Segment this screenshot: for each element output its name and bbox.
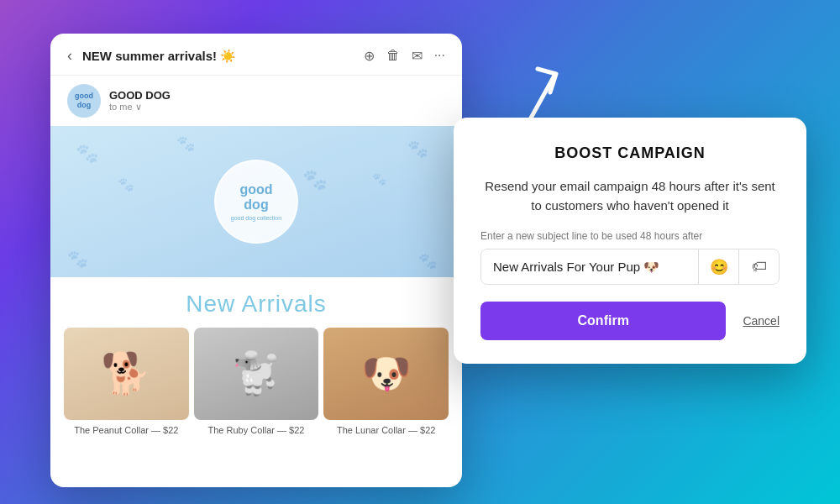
product-caption-2: The Ruby Collar — $22: [208, 425, 305, 435]
add-icon[interactable]: ⊕: [364, 48, 375, 64]
paw-icon: 🐾: [67, 249, 88, 269]
logo-tagline: good dog collection: [231, 215, 281, 221]
email-banner: 🐾 🐾 🐾 🐾 🐾 🐾 🐾 🐾 good dog good dog collec…: [50, 126, 462, 277]
good-dog-logo: good dog good dog collection: [214, 160, 298, 244]
delete-icon[interactable]: 🗑: [386, 48, 400, 64]
logo-text-line2: dog: [244, 197, 268, 213]
confirm-button[interactable]: Confirm: [480, 302, 726, 340]
header-icon-group: ⊕ 🗑 ✉ ···: [364, 48, 445, 64]
boost-campaign-modal: BOOST CAMPAIGN Resend your email campaig…: [454, 118, 806, 364]
paw-icon: 🐾: [407, 139, 428, 159]
subject-input-row: 😊 🏷: [480, 249, 780, 285]
product-row: 🐕 The Peanut Collar — $22 🐩 The Ruby Col…: [50, 328, 462, 435]
product-image-lunar: 🐶: [323, 328, 449, 420]
email-header: ‹ NEW summer arrivals! ☀️ ⊕ 🗑 ✉ ···: [50, 34, 462, 76]
dog-emoji-1: 🐕: [101, 350, 151, 397]
new-arrivals-heading: New Arrivals: [50, 277, 462, 328]
product-image-peanut: 🐕: [64, 328, 189, 420]
more-icon[interactable]: ···: [434, 48, 445, 64]
email-subject: NEW summer arrivals! ☀️: [82, 49, 354, 64]
logo-text-line1: good: [239, 182, 272, 197]
tag-icon: 🏷: [752, 258, 767, 276]
paw-icon: 🐾: [118, 176, 134, 192]
modal-title: BOOST CAMPAIGN: [480, 144, 780, 162]
dog-emoji-2: 🐩: [231, 350, 281, 397]
tag-button[interactable]: 🏷: [738, 249, 779, 284]
emoji-icon: 😊: [710, 258, 728, 276]
paw-icon: 🐾: [76, 143, 98, 165]
cancel-link[interactable]: Cancel: [743, 314, 780, 328]
modal-description: Resend your email campaign 48 hours afte…: [480, 177, 780, 215]
product-item-3: 🐶 The Lunar Collar — $22: [323, 328, 449, 435]
sender-info: GOOD DOG to me ∨: [109, 89, 171, 113]
avatar: gooddog: [67, 84, 101, 118]
product-item-2: 🐩 The Ruby Collar — $22: [194, 328, 319, 435]
product-image-ruby: 🐩: [194, 328, 319, 420]
paw-icon: 🐾: [176, 134, 195, 153]
product-caption-1: The Peanut Collar — $22: [74, 425, 178, 435]
product-caption-3: The Lunar Collar — $22: [337, 425, 435, 435]
product-item-1: 🐕 The Peanut Collar — $22: [64, 328, 189, 435]
sender-to[interactable]: to me ∨: [109, 102, 171, 113]
action-row: Confirm Cancel: [480, 302, 780, 340]
sender-row: gooddog GOOD DOG to me ∨: [50, 76, 462, 126]
back-button[interactable]: ‹: [67, 47, 72, 65]
paw-icon: 🐾: [302, 168, 328, 192]
paw-icon: 🐾: [372, 172, 386, 186]
input-label: Enter a new subject line to be used 48 h…: [480, 230, 780, 242]
email-card: ‹ NEW summer arrivals! ☀️ ⊕ 🗑 ✉ ··· good…: [50, 34, 462, 487]
dog-emoji-3: 🐶: [361, 350, 412, 397]
sender-name: GOOD DOG: [109, 89, 171, 102]
paw-icon: 🐾: [418, 252, 437, 270]
emoji-picker-button[interactable]: 😊: [698, 249, 738, 284]
mail-icon[interactable]: ✉: [412, 48, 423, 64]
subject-input[interactable]: [481, 249, 698, 284]
